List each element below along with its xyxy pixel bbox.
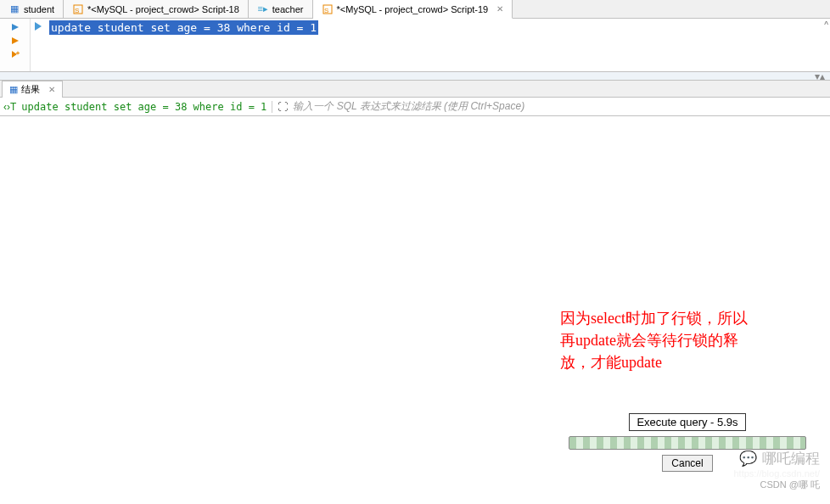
annotation-text: 因为select时加了行锁，所以 再update就会等待行锁的释 放，才能upd… xyxy=(560,307,748,373)
sql-statement-display: update student set age = 38 where id = 1 xyxy=(21,101,266,113)
sql-script-icon: S xyxy=(322,3,334,15)
sql-editor: update student set age = 38 where id = 1… xyxy=(0,19,830,72)
editor-gutter xyxy=(0,19,31,71)
sql-script-icon: S xyxy=(72,3,84,15)
results-area: 因为select时加了行锁，所以 再update就会等待行锁的释 放，才能upd… xyxy=(0,116,830,498)
results-filter-bar: ‹›T update student set age = 38 where id… xyxy=(0,98,830,116)
sql-text: update student set age = 38 where id = 1 xyxy=(49,20,318,35)
annotation-line: 因为select时加了行锁，所以 xyxy=(560,307,748,329)
svg-text:S: S xyxy=(75,7,79,14)
progress-label: Execute query - 5.9s xyxy=(629,413,745,431)
expand-icon[interactable]: ⛶ xyxy=(278,101,288,113)
cancel-button[interactable]: Cancel xyxy=(662,455,712,472)
tab-label: *<MySQL - project_crowd> Script-19 xyxy=(337,4,489,14)
svg-rect-5 xyxy=(17,52,18,55)
progress-bar xyxy=(569,436,806,450)
watermark-url: https://blog.csdn.net/ xyxy=(733,468,820,479)
divider xyxy=(272,101,272,113)
watermark-attr: CSDN @哪 吒 xyxy=(760,479,820,491)
grid-icon: ▦ xyxy=(9,84,18,95)
table-icon: ≡▸ xyxy=(257,3,269,15)
bookmark-icon xyxy=(32,20,44,32)
table-icon: ▦ xyxy=(8,3,20,15)
tab-script-18[interactable]: S *<MySQL - project_crowd> Script-18 xyxy=(64,0,249,18)
execute-statement-icon[interactable] xyxy=(0,34,30,48)
tab-label: student xyxy=(24,4,54,14)
close-icon[interactable]: ✕ xyxy=(48,85,55,94)
filter-input[interactable]: 输入一个 SQL 表达式来过滤结果 (使用 Ctrl+Space) xyxy=(293,99,524,114)
panel-minimize-bar: ▾▴ xyxy=(0,72,830,81)
watermark: 💬 哪吒编程 https://blog.csdn.net/ CSDN @哪 吒 xyxy=(733,449,820,491)
editor-tab-bar: ▦ student S *<MySQL - project_crowd> Scr… xyxy=(0,0,830,19)
tab-label: *<MySQL - project_crowd> Script-18 xyxy=(87,4,239,14)
add-icon[interactable] xyxy=(0,48,30,61)
results-tab[interactable]: ▦ 结果 ✕ xyxy=(2,81,63,98)
tab-label: teacher xyxy=(272,4,304,14)
sql-text-icon: ‹›T xyxy=(3,101,16,113)
annotation-line: 放，才能update xyxy=(560,351,748,373)
watermark-brand: 💬 哪吒编程 xyxy=(739,449,820,468)
tab-script-19[interactable]: S *<MySQL - project_crowd> Script-19 ✕ xyxy=(313,0,513,19)
chat-icon: 💬 xyxy=(739,450,757,468)
tab-teacher[interactable]: ≡▸ teacher xyxy=(249,0,313,18)
results-tab-label: 结果 xyxy=(21,83,40,96)
results-tab-bar: ▦ 结果 ✕ xyxy=(0,81,830,98)
editor-content[interactable]: update student set age = 38 where id = 1 xyxy=(31,19,830,71)
tab-student[interactable]: ▦ student xyxy=(0,0,64,18)
close-icon[interactable]: ✕ xyxy=(496,4,503,14)
execute-icon[interactable] xyxy=(0,20,30,34)
annotation-line: 再update就会等待行锁的释 xyxy=(560,329,748,351)
svg-text:S: S xyxy=(324,7,328,14)
editor-scroll-indicator: ^ xyxy=(824,20,828,30)
